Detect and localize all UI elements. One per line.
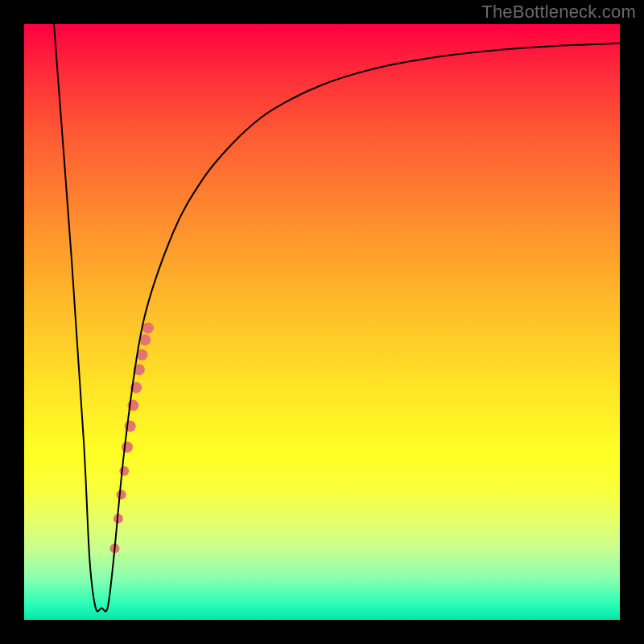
highlight-dot bbox=[117, 490, 126, 500]
plot-area bbox=[24, 24, 620, 620]
curve-layer bbox=[24, 24, 620, 620]
highlight-dot bbox=[142, 322, 154, 333]
watermark-text: TheBottleneck.com bbox=[481, 2, 636, 23]
chart-frame: TheBottleneck.com bbox=[0, 0, 644, 644]
bottleneck-curve bbox=[54, 24, 620, 612]
highlight-dots bbox=[110, 322, 154, 553]
highlight-dot bbox=[119, 466, 129, 476]
highlight-dot bbox=[122, 441, 133, 452]
